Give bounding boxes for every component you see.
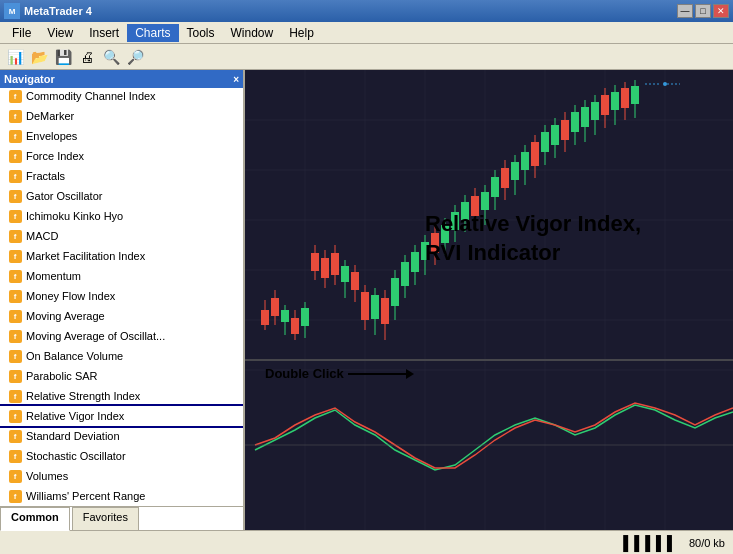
close-button[interactable]: ✕ — [713, 4, 729, 18]
menu-window[interactable]: Window — [223, 24, 282, 42]
nav-label-20: Stochastic Oscillator — [26, 450, 126, 462]
navigator-item-10[interactable]: fMarket Facilitation Index — [0, 246, 243, 266]
nav-label-9: MACD — [26, 230, 58, 242]
nav-icon-10: f — [8, 249, 22, 263]
nav-label-10: Market Facilitation Index — [26, 250, 145, 262]
double-click-annotation: Double Click — [265, 366, 408, 381]
navigator-item-17[interactable]: fRelative Strength Index — [0, 386, 243, 406]
nav-label-12: Money Flow Index — [26, 290, 115, 302]
menu-view[interactable]: View — [39, 24, 81, 42]
save-icon[interactable]: 💾 — [52, 46, 74, 68]
svg-rect-44 — [391, 278, 399, 306]
svg-rect-86 — [601, 95, 609, 115]
svg-rect-56 — [451, 212, 459, 230]
new-chart-icon[interactable]: 📊 — [4, 46, 26, 68]
nav-icon-9: f — [8, 229, 22, 243]
navigator-item-5[interactable]: fForce Index — [0, 146, 243, 166]
svg-rect-30 — [321, 258, 329, 278]
svg-rect-24 — [291, 318, 299, 334]
navigator-item-12[interactable]: fMoney Flow Index — [0, 286, 243, 306]
zoom-in-icon[interactable]: 🔍 — [100, 46, 122, 68]
menu-charts[interactable]: Charts — [127, 24, 178, 42]
navigator-close-button[interactable]: × — [233, 74, 239, 85]
svg-rect-92 — [631, 86, 639, 104]
navigator-item-9[interactable]: fMACD — [0, 226, 243, 246]
svg-rect-62 — [481, 192, 489, 210]
nav-icon-14: f — [8, 329, 22, 343]
svg-rect-28 — [311, 253, 319, 271]
nav-icon-13: f — [8, 309, 22, 323]
svg-rect-20 — [271, 298, 279, 316]
print-icon[interactable]: 🖨 — [76, 46, 98, 68]
navigator-item-13[interactable]: fMoving Average — [0, 306, 243, 326]
navigator-item-3[interactable]: fDeMarker — [0, 106, 243, 126]
svg-rect-50 — [421, 242, 429, 260]
svg-rect-32 — [331, 253, 339, 275]
toolbar: 📊 📂 💾 🖨 🔍 🔎 — [0, 44, 733, 70]
tab-favorites[interactable]: Favorites — [72, 507, 139, 530]
navigator-item-4[interactable]: fEnvelopes — [0, 126, 243, 146]
open-icon[interactable]: 📂 — [28, 46, 50, 68]
chart-area[interactable]: Relative Vigor Index, RVI Indicator Doub… — [245, 70, 733, 530]
nav-icon-22: f — [8, 489, 22, 503]
zoom-out-icon[interactable]: 🔎 — [124, 46, 146, 68]
navigator-item-18[interactable]: fRelative Vigor Index — [0, 406, 243, 426]
nav-icon-4: f — [8, 129, 22, 143]
title-bar: M MetaTrader 4 — □ ✕ — [0, 0, 733, 22]
navigator-item-21[interactable]: fVolumes — [0, 466, 243, 486]
nav-label-4: Envelopes — [26, 130, 77, 142]
status-bar: ▐▐▐▐▐ 80/0 kb — [0, 530, 733, 554]
minimize-button[interactable]: — — [677, 4, 693, 18]
svg-rect-90 — [621, 88, 629, 108]
nav-label-21: Volumes — [26, 470, 68, 482]
nav-label-7: Gator Oscillator — [26, 190, 102, 202]
menu-tools[interactable]: Tools — [179, 24, 223, 42]
nav-label-2: Commodity Channel Index — [26, 90, 156, 102]
double-click-arrow-icon — [348, 373, 408, 375]
nav-icon-20: f — [8, 449, 22, 463]
nav-label-16: Parabolic SAR — [26, 370, 98, 382]
nav-label-6: Fractals — [26, 170, 65, 182]
title-bar-controls[interactable]: — □ ✕ — [677, 4, 729, 18]
nav-label-17: Relative Strength Index — [26, 390, 140, 402]
navigator-item-15[interactable]: fOn Balance Volume — [0, 346, 243, 366]
navigator-item-16[interactable]: fParabolic SAR — [0, 366, 243, 386]
menu-insert[interactable]: Insert — [81, 24, 127, 42]
nav-icon-19: f — [8, 429, 22, 443]
nav-label-18: Relative Vigor Index — [26, 410, 124, 422]
navigator-item-6[interactable]: fFractals — [0, 166, 243, 186]
tab-common[interactable]: Common — [0, 507, 70, 531]
navigator-item-14[interactable]: fMoving Average of Oscillat... — [0, 326, 243, 346]
svg-rect-42 — [381, 298, 389, 324]
double-click-label: Double Click — [265, 366, 344, 381]
nav-icon-3: f — [8, 109, 22, 123]
maximize-button[interactable]: □ — [695, 4, 711, 18]
svg-rect-38 — [361, 292, 369, 320]
navigator-item-22[interactable]: fWilliams' Percent Range — [0, 486, 243, 506]
menu-file[interactable]: File — [4, 24, 39, 42]
svg-rect-36 — [351, 272, 359, 290]
navigator-item-2[interactable]: fCommodity Channel Index — [0, 88, 243, 106]
menu-help[interactable]: Help — [281, 24, 322, 42]
svg-rect-80 — [571, 112, 579, 132]
navigator-item-8[interactable]: fIchimoku Kinko Hyo — [0, 206, 243, 226]
navigator-item-11[interactable]: fMomentum — [0, 266, 243, 286]
nav-label-8: Ichimoku Kinko Hyo — [26, 210, 123, 222]
nav-icon-12: f — [8, 289, 22, 303]
svg-rect-72 — [531, 142, 539, 166]
svg-rect-26 — [301, 308, 309, 326]
nav-icon-21: f — [8, 469, 22, 483]
nav-icon-5: f — [8, 149, 22, 163]
svg-rect-64 — [491, 177, 499, 197]
navigator-item-7[interactable]: fGator Oscillator — [0, 186, 243, 206]
navigator-item-20[interactable]: fStochastic Oscillator — [0, 446, 243, 466]
svg-point-94 — [663, 82, 667, 86]
nav-label-11: Momentum — [26, 270, 81, 282]
menu-bar: File View Insert Charts Tools Window Hel… — [0, 22, 733, 44]
nav-label-15: On Balance Volume — [26, 350, 123, 362]
svg-rect-22 — [281, 310, 289, 322]
navigator-item-19[interactable]: fStandard Deviation — [0, 426, 243, 446]
svg-rect-54 — [441, 225, 449, 243]
svg-rect-68 — [511, 162, 519, 180]
navigator-header: Navigator × — [0, 70, 243, 88]
